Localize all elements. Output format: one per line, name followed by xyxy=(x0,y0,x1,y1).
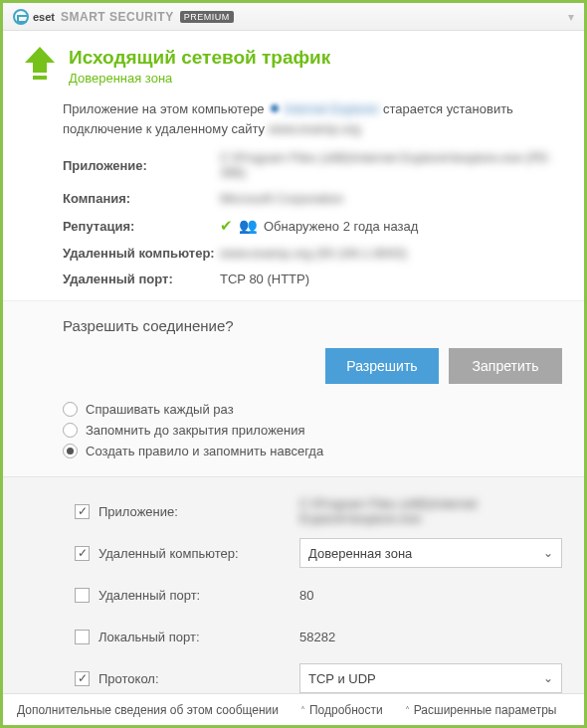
header-section: Исходящий сетевой трафик Доверенная зона xyxy=(3,31,584,95)
remote-value: www.examp.org (93.184.1.8043) xyxy=(220,246,562,261)
dialog-subtitle: Доверенная зона xyxy=(69,71,330,86)
button-row: Разрешить Запретить xyxy=(63,348,562,384)
more-info-link[interactable]: Дополнительные сведения об этом сообщени… xyxy=(17,703,279,717)
radio-label: Запомнить до закрытия приложения xyxy=(86,423,305,438)
radio-option-2[interactable]: Создать правило и запомнить навсегда xyxy=(63,444,562,458)
rule-label: Удаленный компьютер: xyxy=(98,546,299,561)
check-icon: ✔ xyxy=(220,217,233,235)
rule-label: Протокол: xyxy=(98,671,299,686)
rule-checkbox[interactable] xyxy=(75,504,90,519)
radio-option-0[interactable]: Спрашивать каждый раз xyxy=(63,402,562,417)
rule-select-value: Доверенная зона xyxy=(308,546,412,561)
radio-option-1[interactable]: Запомнить до закрытия приложения xyxy=(63,423,562,438)
eset-logo: eset xyxy=(13,9,55,25)
remote-port-label: Удаленный порт: xyxy=(63,272,220,286)
chevron-down-icon: ⌄ xyxy=(543,671,553,685)
app-value: C:\Program Files (x86)\Internet Explorer… xyxy=(220,150,562,180)
rule-label: Приложение: xyxy=(98,504,299,519)
msg-site: www.examp.org xyxy=(269,121,360,136)
details-toggle[interactable]: ˄Подробности xyxy=(300,703,383,717)
rule-label: Локальный порт: xyxy=(98,630,299,644)
remember-radios: Спрашивать каждый разЗапомнить до закрыт… xyxy=(63,402,562,458)
footer: Дополнительные сведения об этом сообщени… xyxy=(3,693,584,725)
rule-row-3: Локальный порт:58282 xyxy=(75,619,562,654)
rule-value: 80 xyxy=(299,588,562,603)
rule-checkbox[interactable] xyxy=(75,588,90,603)
advanced-toggle[interactable]: ˄Расширенные параметры xyxy=(405,703,557,717)
rule-row-0: Приложение:C:\Program Files (x86)\Intern… xyxy=(75,493,562,529)
company-value: Microsoft Corporation xyxy=(220,191,562,206)
reputation-value: ✔ 👥 Обнаружено 2 года назад xyxy=(220,217,562,235)
dialog-title: Исходящий сетевой трафик xyxy=(69,47,330,69)
rule-row-4: Протокол:TCP и UDP⌄ xyxy=(75,660,562,693)
caret-up-icon: ˄ xyxy=(300,705,305,716)
details-grid: Приложение: C:\Program Files (x86)\Inter… xyxy=(63,150,562,286)
chevron-down-icon: ⌄ xyxy=(543,546,553,560)
connection-message: Приложение на этом компьютере Internet E… xyxy=(63,99,562,138)
rule-checkbox[interactable] xyxy=(75,546,90,561)
brand-text: eset xyxy=(33,11,55,23)
rule-value: 58282 xyxy=(299,630,562,644)
rule-row-2: Удаленный порт:80 xyxy=(75,577,562,613)
deny-button[interactable]: Запретить xyxy=(449,348,562,384)
product-name: SMART SECURITY xyxy=(61,10,174,24)
action-section: Разрешить соединение? Разрешить Запретит… xyxy=(3,300,584,476)
caret-up-icon: ˄ xyxy=(405,705,410,716)
rule-select-value: TCP и UDP xyxy=(308,671,376,686)
radio-icon[interactable] xyxy=(63,444,78,458)
outbound-arrow-icon xyxy=(25,47,55,81)
info-section: Приложение на этом компьютере Internet E… xyxy=(3,95,584,300)
dialog-window: eset SMART SECURITY PREMIUM ▾ Исходящий … xyxy=(0,0,587,728)
rule-row-1: Удаленный компьютер:Доверенная зона⌄ xyxy=(75,535,562,571)
rule-select[interactable]: Доверенная зона⌄ xyxy=(299,538,562,568)
reputation-text: Обнаружено 2 года назад xyxy=(264,219,418,234)
allow-button[interactable]: Разрешить xyxy=(325,348,439,384)
titlebar: eset SMART SECURITY PREMIUM ▾ xyxy=(3,3,584,31)
rule-value: C:\Program Files (x86)\Internet Explorer… xyxy=(299,496,562,526)
action-question: Разрешить соединение? xyxy=(63,317,562,334)
remote-label: Удаленный компьютер: xyxy=(63,246,220,261)
reputation-label: Репутация: xyxy=(63,219,220,234)
rule-checkbox[interactable] xyxy=(75,671,90,686)
titlebar-menu-icon[interactable]: ▾ xyxy=(568,10,574,24)
svg-rect-0 xyxy=(33,76,47,80)
radio-label: Создать правило и запомнить навсегда xyxy=(86,444,323,458)
remote-port-value: TCP 80 (HTTP) xyxy=(220,272,562,286)
company-label: Компания: xyxy=(63,191,220,206)
premium-badge: PREMIUM xyxy=(180,11,234,23)
msg-app: Internet Explorer xyxy=(284,101,379,116)
app-label: Приложение: xyxy=(63,158,220,173)
radio-label: Спрашивать каждый раз xyxy=(86,402,234,417)
rule-checkbox[interactable] xyxy=(75,630,90,644)
rule-select[interactable]: TCP и UDP⌄ xyxy=(299,663,562,693)
rule-section: Приложение:C:\Program Files (x86)\Intern… xyxy=(3,476,584,693)
radio-icon[interactable] xyxy=(63,423,78,438)
people-icon: 👥 xyxy=(239,217,258,235)
radio-icon[interactable] xyxy=(63,402,78,417)
rule-label: Удаленный порт: xyxy=(98,588,299,603)
msg-prefix: Приложение на этом компьютере xyxy=(63,101,268,116)
